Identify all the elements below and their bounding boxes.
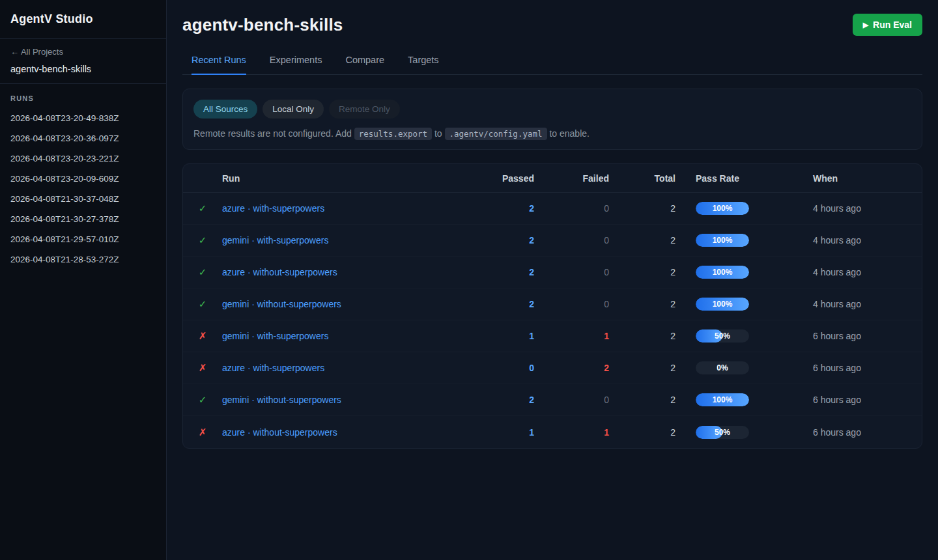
pass-rate-pill: 100% <box>696 393 749 406</box>
run-name-link[interactable]: azure · without-superpowers <box>222 427 456 438</box>
pass-rate-pill: 100% <box>696 234 749 247</box>
sidebar-project-section: ← All Projects agentv-bench-skills <box>0 39 166 84</box>
tab-targets[interactable]: Targets <box>408 55 439 75</box>
pass-rate-label: 100% <box>696 393 749 406</box>
pass-rate-cell: 100% <box>675 234 813 247</box>
pass-rate-cell: 100% <box>675 266 813 279</box>
when-text: 6 hours ago <box>813 427 922 438</box>
run-name-link[interactable]: gemini · with-superpowers <box>222 235 456 245</box>
page-header: agentv-bench-skills ▶ Run Eval <box>182 0 922 36</box>
table-row[interactable]: ✗azure · without-superpowers11250%6 hour… <box>183 416 922 448</box>
pass-icon: ✓ <box>183 298 222 310</box>
fail-icon: ✗ <box>183 362 222 374</box>
sidebar-run-item[interactable]: 2026-04-08T23-20-49-838Z <box>0 108 166 128</box>
sidebar-run-item[interactable]: 2026-04-08T21-29-57-010Z <box>0 229 166 249</box>
sidebar-project-name: agentv-bench-skills <box>10 64 156 74</box>
app-title: AgentV Studio <box>0 0 166 39</box>
failed-count: 0 <box>534 267 609 277</box>
note-text-pre: Remote results are not configured. Add <box>193 128 354 139</box>
total-count: 2 <box>609 331 675 341</box>
sidebar-run-item[interactable]: 2026-04-08T23-20-36-097Z <box>0 128 166 148</box>
sidebar-run-item[interactable]: 2026-04-08T21-30-37-048Z <box>0 189 166 209</box>
run-eval-label: Run Eval <box>873 20 912 30</box>
sidebar-run-item[interactable]: 2026-04-08T21-28-53-272Z <box>0 249 166 270</box>
run-name-link[interactable]: gemini · without-superpowers <box>222 395 456 405</box>
all-projects-link[interactable]: ← All Projects <box>10 47 156 57</box>
tab-bar: Recent RunsExperimentsCompareTargets <box>182 55 922 75</box>
table-row[interactable]: ✓gemini · without-superpowers202100%6 ho… <box>183 384 922 416</box>
sidebar-run-item[interactable]: 2026-04-08T23-20-23-221Z <box>0 148 166 169</box>
when-text: 4 hours ago <box>813 235 922 245</box>
pass-rate-label: 50% <box>696 329 749 343</box>
failed-count: 0 <box>534 203 609 214</box>
passed-count: 2 <box>456 235 534 245</box>
pass-rate-cell: 100% <box>675 393 813 406</box>
pass-rate-label: 100% <box>696 266 749 279</box>
run-name-link[interactable]: azure · with-superpowers <box>222 203 456 214</box>
table-header-row: Run Passed Failed Total Pass Rate When <box>183 164 922 193</box>
tab-experiments[interactable]: Experiments <box>270 55 322 75</box>
table-body: ✓azure · with-superpowers202100%4 hours … <box>183 193 922 448</box>
passed-count: 2 <box>456 203 534 214</box>
passed-count: 2 <box>456 267 534 277</box>
run-name-link[interactable]: azure · without-superpowers <box>222 267 456 277</box>
passed-count: 0 <box>456 363 534 373</box>
runs-table: Run Passed Failed Total Pass Rate When ✓… <box>182 163 922 449</box>
source-filter-pills: All SourcesLocal OnlyRemote Only <box>193 100 911 119</box>
total-count: 2 <box>609 363 675 373</box>
pass-rate-label: 100% <box>696 298 749 311</box>
pass-icon: ✓ <box>183 266 222 278</box>
pass-rate-label: 0% <box>696 361 749 374</box>
run-name-link[interactable]: azure · with-superpowers <box>222 363 456 373</box>
pass-icon: ✓ <box>183 394 222 406</box>
source-filter-card: All SourcesLocal OnlyRemote Only Remote … <box>182 89 922 150</box>
failed-count: 0 <box>534 235 609 245</box>
sidebar-run-item[interactable]: 2026-04-08T23-20-09-609Z <box>0 169 166 189</box>
total-count: 2 <box>609 235 675 245</box>
table-row[interactable]: ✓gemini · with-superpowers202100%4 hours… <box>183 225 922 257</box>
failed-count: 2 <box>534 363 609 373</box>
when-text: 6 hours ago <box>813 395 922 405</box>
runs-section-label: RUNS <box>0 84 166 108</box>
passed-count: 1 <box>456 427 534 438</box>
pass-rate-cell: 100% <box>675 298 813 311</box>
run-name-link[interactable]: gemini · with-superpowers <box>222 331 456 341</box>
tab-compare[interactable]: Compare <box>345 55 384 75</box>
run-eval-button[interactable]: ▶ Run Eval <box>853 14 922 36</box>
table-row[interactable]: ✗gemini · with-superpowers11250%6 hours … <box>183 320 922 352</box>
total-count: 2 <box>609 395 675 405</box>
filter-pill-remote-only: Remote Only <box>329 100 400 119</box>
filter-pill-local-only[interactable]: Local Only <box>263 100 324 119</box>
sidebar-run-item[interactable]: 2026-04-08T21-30-27-378Z <box>0 209 166 229</box>
when-text: 4 hours ago <box>813 203 922 214</box>
run-name-link[interactable]: gemini · without-superpowers <box>222 299 456 309</box>
remote-config-note: Remote results are not configured. Add r… <box>193 128 911 139</box>
total-count: 2 <box>609 203 675 214</box>
failed-count: 0 <box>534 395 609 405</box>
pass-rate-pill: 100% <box>696 202 749 215</box>
pass-rate-pill: 50% <box>696 426 749 439</box>
col-failed: Failed <box>534 173 609 184</box>
when-text: 6 hours ago <box>813 363 922 373</box>
failed-count: 1 <box>534 427 609 438</box>
pass-rate-cell: 50% <box>675 426 813 439</box>
fail-icon: ✗ <box>183 427 222 438</box>
table-row[interactable]: ✗azure · with-superpowers0220%6 hours ag… <box>183 352 922 384</box>
tab-recent-runs[interactable]: Recent Runs <box>192 55 246 75</box>
total-count: 2 <box>609 267 675 277</box>
table-row[interactable]: ✓azure · with-superpowers202100%4 hours … <box>183 193 922 225</box>
code-config-yaml: .agentv/config.yaml <box>445 128 547 140</box>
col-run: Run <box>222 173 456 184</box>
pass-rate-cell: 100% <box>675 202 813 215</box>
table-row[interactable]: ✓gemini · without-superpowers202100%4 ho… <box>183 288 922 320</box>
pass-icon: ✓ <box>183 203 222 214</box>
table-row[interactable]: ✓azure · without-superpowers202100%4 hou… <box>183 257 922 288</box>
filter-pill-all-sources[interactable]: All Sources <box>193 100 257 119</box>
failed-count: 0 <box>534 299 609 309</box>
pass-rate-pill: 100% <box>696 266 749 279</box>
play-icon: ▶ <box>863 21 868 29</box>
total-count: 2 <box>609 427 675 438</box>
total-count: 2 <box>609 299 675 309</box>
when-text: 6 hours ago <box>813 331 922 341</box>
col-passed: Passed <box>456 173 534 184</box>
